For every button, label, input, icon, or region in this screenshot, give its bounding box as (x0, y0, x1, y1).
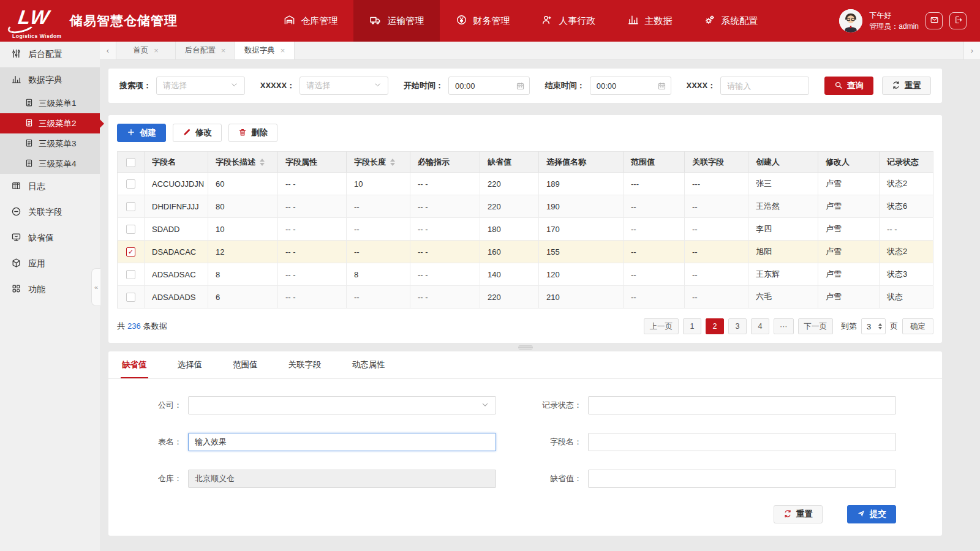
nav-item-system-config[interactable]: 系统配置 (688, 0, 774, 42)
xxxx-input[interactable] (720, 77, 809, 95)
document-icon (24, 159, 34, 170)
cell: -- (624, 218, 685, 241)
row-checkbox[interactable] (126, 225, 135, 234)
sidebar-item-submenu1[interactable]: 三级菜单1 (0, 93, 100, 113)
goto-confirm-button[interactable]: 确定 (902, 318, 933, 334)
prev-page-button[interactable]: 上一页 (644, 318, 679, 334)
truck-icon (369, 14, 382, 28)
splitter-grip-handle[interactable] (518, 345, 533, 350)
nav-item-warehouse[interactable]: 仓库管理 (268, 0, 353, 42)
sliders-icon (11, 48, 21, 61)
sidebar-item-data-dict[interactable]: 数据字典 (0, 67, 100, 93)
user-role-text: 管理员：admin (869, 21, 919, 32)
cell: 卢雪 (818, 241, 880, 263)
page-button-2-active[interactable]: 2 (706, 318, 724, 334)
page-button-4[interactable]: 4 (751, 318, 769, 334)
sidebar-collapse-handle[interactable]: « (91, 268, 100, 306)
close-icon[interactable]: × (281, 46, 285, 55)
row-checkbox[interactable] (126, 247, 135, 257)
row-checkbox[interactable] (126, 202, 135, 211)
detail-tab-option-value[interactable]: 选择值 (176, 351, 204, 378)
sort-icon[interactable] (390, 159, 395, 166)
nav-item-transport[interactable]: 运输管理 (353, 0, 440, 42)
detail-tab-dynamic-attr[interactable]: 动态属性 (351, 351, 386, 378)
cell: -- - (410, 241, 480, 263)
sidebar-item-log[interactable]: 日志 (0, 174, 100, 200)
select-placeholder: 请选择 (306, 80, 330, 91)
page-ellipsis[interactable]: ··· (774, 318, 794, 334)
sidebar-item-application[interactable]: 应用 (0, 251, 100, 277)
cell: -- (347, 241, 410, 263)
plus-icon (127, 128, 135, 138)
sidebar-item-default-value[interactable]: 缺省值 (0, 225, 100, 251)
row-checkbox[interactable] (126, 293, 135, 302)
page-button-1[interactable]: 1 (683, 318, 701, 334)
query-button[interactable]: 查询 (824, 77, 873, 95)
cell: 180 (480, 218, 539, 241)
delete-button[interactable]: 删除 (228, 124, 277, 142)
col-field-length-desc[interactable]: 字段长描述 (208, 152, 278, 173)
tab-label: 后台配置 (185, 45, 216, 56)
field-name-input[interactable] (588, 433, 896, 451)
nav-item-hr[interactable]: 人事行政 (526, 0, 611, 42)
sidebar-item-submenu2[interactable]: 三级菜单2 (0, 113, 100, 133)
start-time-input[interactable] (448, 77, 530, 95)
stepper-arrows-icon[interactable] (878, 323, 882, 329)
page-button-3[interactable]: 3 (728, 318, 747, 334)
tab-home[interactable]: 首页 × (116, 42, 176, 59)
cell: 170 (539, 218, 624, 241)
sidebar-item-submenu3[interactable]: 三级菜单3 (0, 133, 100, 154)
cell: --- (624, 173, 685, 195)
cell: 160 (480, 241, 539, 263)
detail-tab-default-value[interactable]: 缺省值 (121, 351, 148, 378)
nav-item-label: 仓库管理 (301, 15, 337, 27)
sidebar-item-backend-config[interactable]: 后台配置 (0, 42, 100, 67)
tab-backend-config[interactable]: 后台配置 × (176, 42, 235, 59)
cell: 189 (539, 173, 624, 195)
cell: 卢雪 (818, 195, 880, 218)
select-all-checkbox[interactable] (126, 158, 135, 167)
tabbar-scroll-right[interactable]: › (963, 42, 980, 59)
default-value-input[interactable] (588, 470, 896, 488)
xxxxx-select[interactable]: 请选择 (300, 77, 388, 95)
company-select[interactable] (188, 396, 496, 414)
cell: 六毛 (748, 286, 818, 309)
end-time-input[interactable] (590, 77, 671, 95)
close-icon[interactable]: × (154, 46, 159, 55)
sidebar-item-function[interactable]: 功能 (0, 277, 100, 302)
col-field-length[interactable]: 字段长度 (347, 152, 410, 173)
record-status-input[interactable] (588, 396, 896, 414)
row-checkbox[interactable] (126, 179, 135, 189)
chevron-down-icon (374, 81, 382, 91)
user-avatar[interactable] (839, 9, 862, 32)
cell: -- - (410, 173, 480, 195)
close-icon[interactable]: × (221, 46, 226, 55)
detail-tab-related-field[interactable]: 关联字段 (287, 351, 323, 378)
detail-reset-button[interactable]: 重置 (774, 505, 823, 523)
sidebar-item-label: 数据字典 (28, 75, 62, 86)
detail-tab-range-value[interactable]: 范围值 (232, 351, 259, 378)
logout-button[interactable] (949, 12, 967, 29)
sort-icon[interactable] (260, 159, 265, 166)
tab-data-dict[interactable]: 数据字典 × (235, 42, 295, 59)
tab-label: 首页 (133, 45, 148, 56)
pager-controls: 上一页 1 2 3 4 ··· 下一页 到第 3 (644, 318, 934, 334)
edit-button[interactable]: 修改 (173, 124, 222, 142)
search-item-select[interactable]: 请选择 (156, 77, 245, 95)
submit-button[interactable]: 提交 (847, 505, 896, 523)
sidebar-item-related-field[interactable]: 关联字段 (0, 200, 100, 225)
nav-item-finance[interactable]: 财务管理 (440, 0, 526, 42)
cell: ADSADSAC (145, 263, 208, 286)
table-name-input[interactable] (188, 433, 496, 451)
tab-label: 数据字典 (244, 45, 275, 56)
reset-button[interactable]: 重置 (882, 77, 931, 95)
create-button[interactable]: 创建 (117, 124, 166, 142)
next-page-button[interactable]: 下一页 (798, 318, 834, 334)
goto-page-stepper[interactable]: 3 (861, 318, 886, 334)
row-checkbox[interactable] (126, 270, 135, 279)
tabbar-scroll-left[interactable]: ‹ (100, 42, 116, 59)
mail-button[interactable] (925, 12, 943, 29)
nav-item-master-data[interactable]: 主数据 (611, 0, 688, 42)
sidebar-item-submenu4[interactable]: 三级菜单4 (0, 154, 100, 174)
cell: DSADACAC (145, 241, 208, 263)
